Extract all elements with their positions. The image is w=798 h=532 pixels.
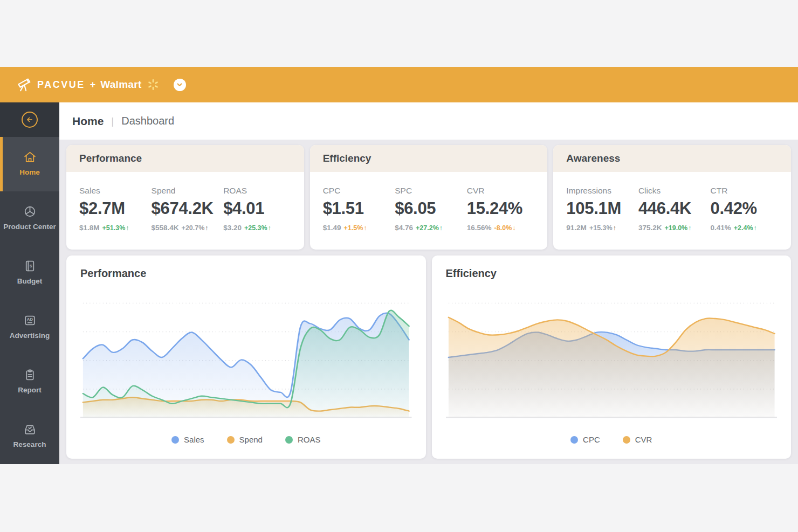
brand-walmart: Walmart [100,79,141,91]
breadcrumb: Home | Dashboard [59,102,798,140]
performance-chart-card: Performance Sales Spend [66,255,426,459]
sidebar-nav: Home Product Center $ [0,137,59,464]
kpi-card-efficiency: Efficiency CPC $1.51 $1.49+1.5%↑ SPC $6.… [310,145,548,250]
trend-arrow-icon: ↑ [268,224,271,232]
metric-label: Clicks [638,186,706,196]
legend-item-sales[interactable]: Sales [171,435,204,444]
top-bar: PACVUE + Walmart [0,67,798,102]
sidebar-collapse-button[interactable] [22,112,38,128]
metric-value: 15.24% [467,199,535,218]
advertising-icon: AD [23,314,37,327]
walmart-spark-icon [147,78,160,91]
legend-item-spend[interactable]: Spend [227,435,263,444]
sidebar-item-label: Budget [17,277,43,286]
metric-cvr: CVR 15.24% 16.56%-8.0%↓ [467,186,535,240]
metric-label: CTR [710,186,778,196]
legend-dot-icon [227,436,235,444]
budget-icon: $ [23,259,37,273]
kpi-card-awareness: Awareness Impressions 105.1M 91.2M+15.3%… [553,145,791,250]
metric-label: CPC [323,186,391,196]
legend-dot-icon [285,436,293,444]
sidebar-item-label: Research [13,440,46,450]
chart-title: Performance [80,267,412,280]
sidebar-item-advertising[interactable]: AD Advertising [0,300,59,355]
sidebar-header [0,102,59,137]
svg-text:$: $ [29,264,32,269]
breadcrumb-separator: | [111,115,114,127]
metric-label: Impressions [566,186,634,196]
brand-pacvue: PACVUE [37,79,85,91]
metric-change: +19.0% [664,224,687,232]
metric-prev: $1.8M [79,224,100,232]
kpi-card-title: Performance [79,153,142,164]
metric-change: +2.4% [734,224,753,232]
metric-change: +20.7% [182,224,205,232]
trend-arrow-icon: ↑ [363,224,367,232]
trend-arrow-icon: ↑ [205,224,208,232]
metric-change: +27.2% [416,224,439,232]
legend-item-cpc[interactable]: CPC [570,435,600,444]
kpi-row: Performance Sales $2.7M $1.8M+51.3%↑ Spe… [66,145,791,250]
metric-label: Spend [152,186,219,196]
metric-value: $1.51 [323,199,391,218]
efficiency-chart-card: Efficiency CPC CVR [432,255,792,459]
metric-cpc: CPC $1.51 $1.49+1.5%↑ [323,186,391,240]
chart-legend: Sales Spend ROAS [80,435,412,444]
sidebar-item-label: Home [19,168,40,177]
sidebar-item-label: Advertising [10,331,50,341]
sidebar-item-budget[interactable]: $ Budget [0,246,59,300]
metric-value: $2.7M [79,199,147,218]
app-window: PACVUE + Walmart [0,67,798,464]
kpi-card-title: Awareness [566,153,620,164]
trend-arrow-icon: ↑ [613,224,616,232]
legend-dot-icon [623,436,630,444]
metric-change: -8.0% [494,224,512,232]
svg-text:AD: AD [26,317,33,322]
metric-change: +51.3% [102,224,126,232]
metric-prev: 0.41% [710,224,731,232]
metric-value: 446.4K [638,199,706,218]
metric-value: 0.42% [710,199,778,218]
legend-dot-icon [171,436,179,444]
account-dropdown-button[interactable] [174,79,186,91]
trend-arrow-icon: ↑ [439,224,443,232]
legend-item-cvr[interactable]: CVR [623,435,652,444]
dashboard-content: Performance Sales $2.7M $1.8M+51.3%↑ Spe… [59,140,798,464]
metric-value: $674.2K [152,199,219,218]
trend-arrow-icon: ↓ [512,224,515,232]
metric-prev: 375.2K [638,224,662,232]
metric-prev: $4.76 [395,224,413,232]
sidebar-item-label: Report [18,385,42,395]
metric-change: +15.3% [589,224,613,232]
metric-prev: $1.49 [323,224,341,232]
product-center-icon [23,205,37,218]
metric-prev: $558.4K [152,224,179,232]
chevron-down-icon [176,81,183,88]
sidebar-item-home[interactable]: Home [0,137,59,191]
breadcrumb-home-link[interactable]: Home [72,115,104,128]
research-icon [23,423,37,436]
legend-item-roas[interactable]: ROAS [285,435,321,444]
efficiency-area-chart [446,289,778,423]
metric-value: $6.05 [395,199,463,218]
chart-row: Performance Sales Spend [66,255,791,459]
metric-ctr: CTR 0.42% 0.41%+2.4%↑ [710,186,778,240]
metric-clicks: Clicks 446.4K 375.2K+19.0%↑ [638,186,706,240]
trend-arrow-icon: ↑ [754,224,757,232]
metric-change: +1.5% [343,224,363,232]
sidebar-item-product-center[interactable]: Product Center [0,191,59,246]
legend-dot-icon [570,436,578,444]
pacvue-walmart-logo: PACVUE + Walmart [16,77,160,93]
kpi-card-performance: Performance Sales $2.7M $1.8M+51.3%↑ Spe… [66,145,304,250]
metric-label: ROAS [223,186,291,196]
arrow-left-icon [26,116,33,123]
metric-spc: SPC $6.05 $4.76+27.2%↑ [395,186,463,240]
performance-area-chart [80,289,412,423]
metric-sales: Sales $2.7M $1.8M+51.3%↑ [79,186,147,240]
report-icon [23,368,37,382]
metric-label: Sales [79,186,147,196]
sidebar-item-research[interactable]: Research [0,409,59,464]
metric-label: CVR [467,186,535,196]
sidebar-item-report[interactable]: Report [0,355,59,409]
trend-arrow-icon: ↑ [688,224,691,232]
